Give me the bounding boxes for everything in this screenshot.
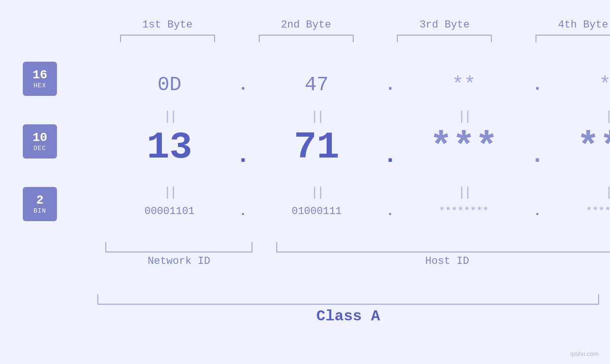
eq7: || <box>458 185 470 200</box>
byte1-header-group: 1st Byte <box>107 19 228 42</box>
dec-dot1: . <box>236 142 250 169</box>
byte4-label: 4th Byte <box>558 19 609 31</box>
dec-b1: 13 <box>147 126 192 169</box>
dec-row: 13 . 71 . *** . *** <box>105 126 610 169</box>
byte3-header-group: 3rd Byte <box>384 19 505 42</box>
hex-badge: 16 HEX <box>23 62 57 96</box>
byte1-label: 1st Byte <box>142 19 193 31</box>
hex-b4: ** <box>599 74 610 96</box>
dec-number: 10 <box>32 131 47 145</box>
byte4-bracket-top <box>535 35 610 42</box>
hex-b2: 47 <box>305 74 328 96</box>
bin-dot1: . <box>234 204 253 219</box>
byte3-bracket-top <box>397 35 492 42</box>
dec-b3: *** <box>430 126 498 169</box>
hex-b1: 0D <box>158 74 181 96</box>
hex-dot1: . <box>234 75 253 95</box>
class-label-container: Class A <box>97 308 599 325</box>
bin-name: BIN <box>34 207 46 215</box>
network-id-container: Network ID <box>105 255 253 267</box>
host-bracket <box>276 242 610 252</box>
class-label: Class A <box>316 308 380 325</box>
bin-b3: ******** <box>439 205 489 217</box>
eq2: || <box>310 109 323 124</box>
bin-b4: ******** <box>586 205 610 217</box>
class-bracket <box>97 294 599 305</box>
bin-badge: 2 BIN <box>23 187 57 221</box>
bin-dot3: . <box>528 204 547 219</box>
hex-b3: ** <box>452 74 476 96</box>
eq6: || <box>310 185 323 200</box>
hex-dot3: . <box>528 75 547 95</box>
byte1-bracket-top <box>120 35 215 42</box>
main-container: 1st Byte 2nd Byte 3rd Byte 4th Byte 16 H… <box>0 0 610 364</box>
bin-b1: 00001101 <box>144 205 195 217</box>
host-id-label: Host ID <box>425 255 469 267</box>
dec-b2: 71 <box>294 126 339 169</box>
hex-row: 0D . 47 . ** . ** <box>105 74 610 96</box>
hex-name: HEX <box>34 82 46 89</box>
hex-number: 16 <box>32 68 47 82</box>
dec-dot3: . <box>530 142 544 169</box>
network-bracket <box>105 242 253 252</box>
watermark-text: ipshu.com <box>571 350 599 357</box>
dec-b4: *** <box>577 126 610 169</box>
class-section: Class A <box>97 294 599 325</box>
eq5: || <box>163 185 176 200</box>
byte2-header-group: 2nd Byte <box>245 19 366 42</box>
byte2-bracket-top <box>259 35 354 42</box>
equals-row-2: || || || || <box>105 185 610 200</box>
network-id-label: Network ID <box>148 255 210 267</box>
eq3: || <box>458 109 470 124</box>
bin-number: 2 <box>36 194 44 207</box>
byte2-label: 2nd Byte <box>281 19 331 31</box>
eq1: || <box>163 109 176 124</box>
equals-row-1: || || || || <box>105 109 610 124</box>
bytes-header: 1st Byte 2nd Byte 3rd Byte 4th Byte <box>107 19 610 42</box>
bin-b2: 01000111 <box>291 205 342 217</box>
byte4-header-group: 4th Byte <box>523 19 610 42</box>
eq8: || <box>605 185 610 200</box>
watermark: ipshu.com <box>571 350 599 358</box>
bin-dot2: . <box>381 204 400 219</box>
dec-dot2: . <box>383 142 397 169</box>
dec-name: DEC <box>34 145 46 152</box>
eq4: || <box>605 109 610 124</box>
dec-badge: 10 DEC <box>23 124 57 159</box>
bin-row: 00001101 . 01000111 . ******** . *******… <box>105 204 610 219</box>
base-sidebar: 16 HEX 10 DEC 2 BIN <box>23 62 57 221</box>
host-id-container: Host ID <box>276 255 610 267</box>
byte3-label: 3rd Byte <box>420 19 470 31</box>
hex-dot2: . <box>381 75 400 95</box>
